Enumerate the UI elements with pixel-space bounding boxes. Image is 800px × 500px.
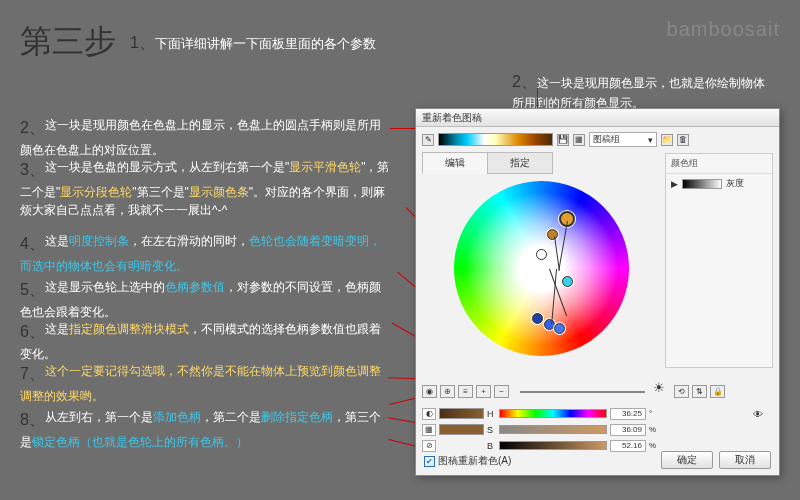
link-harmony-icon[interactable]: ⟲ [674,385,689,398]
swatch [439,424,484,435]
none-icon[interactable]: ⊘ [422,440,436,452]
top-note: 1、下面详细讲解一下面板里面的各个参数 [130,33,376,54]
recolor-art-checkbox[interactable]: ✔ 图稿重新着色(A) [424,454,511,468]
watermark: bamboosait [667,18,780,41]
color-handle[interactable] [562,276,573,287]
lock-handle-icon[interactable]: 🔒 [710,385,725,398]
edit-icon[interactable]: ✎ [422,134,434,146]
annotation-2: 2、这一块是现用颜色在色盘上的显示，色盘上的圆点手柄则是所用颜色在色盘上的对应位… [20,116,390,159]
color-groups-header: 颜色组 [666,154,772,174]
b-value[interactable]: 52.16 [610,440,646,452]
annotation-8: 8、从左到右，第一个是添加色柄，第二个是删除指定色柄，第三个是锁定色柄（也就是色… [20,408,390,451]
annotation-3: 3、这一块是色盘的显示方式，从左到右第一个是"显示平滑色轮"，第二个是"显示分段… [20,158,390,220]
h-label: H [487,409,496,419]
chevron-down-icon: ▾ [648,135,653,145]
color-handle[interactable] [547,229,558,240]
ok-button[interactable]: 确定 [661,451,713,469]
annotation-right: 2、这一块是现用颜色显示，也就是你绘制物体所用到的所有颜色显示。 [512,70,772,112]
brightness-slider[interactable] [520,388,645,396]
color-group-row[interactable]: ▶灰度 [666,174,772,193]
smooth-wheel-icon[interactable]: ◉ [422,385,437,398]
segmented-wheel-icon[interactable]: ⊕ [440,385,455,398]
s-slider[interactable] [499,425,607,434]
eyedropper-icon[interactable]: 👁 [753,409,769,420]
color-bars-icon[interactable]: ≡ [458,385,473,398]
annotation-7: 7、这个一定要记得勾选哦，不然你是不能在物体上预览到颜色调整调整的效果哟。 [20,362,390,405]
color-groups-panel: 颜色组 ▶灰度 [665,153,773,368]
colors-in-use-bar[interactable] [438,133,553,146]
new-group-icon[interactable]: ▦ [573,134,585,146]
checkbox-icon: ✔ [424,456,435,467]
add-handle-icon[interactable]: + [476,385,491,398]
current-color-swatch[interactable] [439,408,484,419]
color-mode-icon[interactable]: ◐ [422,408,436,420]
recolor-dialog: 重新着色图稿 ✎ 💾 ▦ 图稿组▾ 📁 🗑 编辑 指定 颜色组 ▶灰度 [415,108,780,476]
s-value[interactable]: 36.09 [610,424,646,436]
s-label: S [487,425,496,435]
harmony-dropdown[interactable]: 图稿组▾ [589,132,657,147]
handle-line [558,221,568,270]
checkbox-label: 图稿重新着色(A) [438,454,511,468]
cancel-button[interactable]: 取消 [719,451,771,469]
wheel-mode-icons: ◉ ⊕ ≡ + − [422,385,509,398]
step-title: 第三步 [20,20,116,64]
unlink-icon[interactable]: ⇅ [692,385,707,398]
brightness-icon: ☀ [653,380,665,395]
color-wheel-area [424,175,659,375]
handle-line [554,236,560,271]
color-wheel[interactable] [454,181,629,356]
save-group-icon[interactable]: 💾 [557,134,569,146]
color-handle[interactable] [536,249,547,260]
limit-icon[interactable]: ▦ [422,424,436,436]
toolbar: ✎ 💾 ▦ 图稿组▾ 📁 🗑 [416,127,779,150]
color-handle[interactable] [532,313,543,324]
annotation-6: 6、这是指定颜色调整滑块模式，不同模式的选择色柄参数值也跟着变化。 [20,320,390,363]
color-handle[interactable] [554,323,565,334]
tab-assign[interactable]: 指定 [487,152,553,174]
hsb-controls: ◐ H 36.25° ▦ S 36.09% ⊘ B 52.16% [422,406,656,454]
h-slider[interactable] [499,409,607,418]
b-label: B [487,441,496,451]
dialog-title: 重新着色图稿 [416,109,779,127]
tab-edit[interactable]: 编辑 [422,152,488,174]
h-value[interactable]: 36.25 [610,408,646,420]
annotation-5: 5、这是显示色轮上选中的色柄参数值，对参数的不同设置，色柄颜色也会跟着变化。 [20,278,390,321]
annotation-4: 4、这是明度控制条，在左右滑动的同时，色轮也会随着变暗变明，而选中的物体也会有明… [20,232,390,275]
folder-icon[interactable]: 📁 [661,134,673,146]
trash-icon[interactable]: 🗑 [677,134,689,146]
handle-tools: ⟲ ⇅ 🔒 [674,385,725,398]
remove-handle-icon[interactable]: − [494,385,509,398]
b-slider[interactable] [499,441,607,450]
